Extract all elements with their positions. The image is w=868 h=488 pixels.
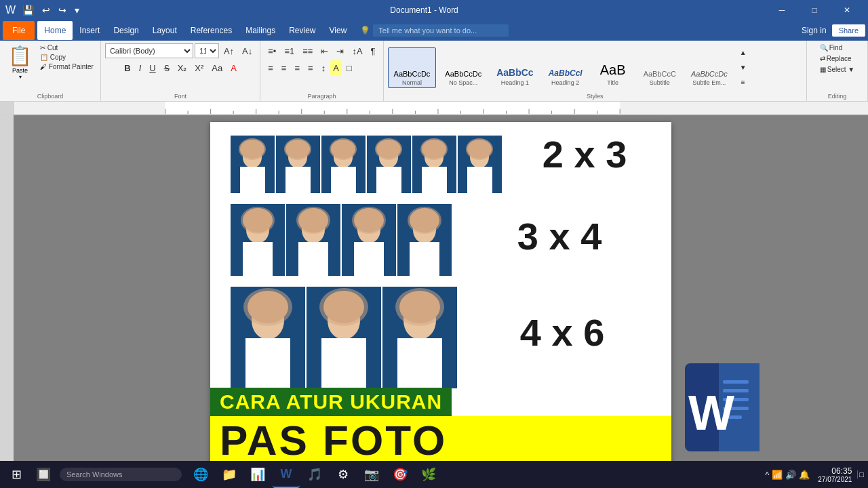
multilevel-button[interactable]: ≡≡: [299, 43, 316, 58]
border-button[interactable]: □: [343, 60, 355, 75]
taskbar-app1-icon[interactable]: 🎵: [301, 461, 328, 488]
cut-button[interactable]: ✂ Cut: [37, 43, 96, 52]
clear-format-button[interactable]: Aa: [208, 60, 226, 75]
search-icon: 🔍: [820, 44, 828, 52]
underline-button[interactable]: U: [146, 60, 159, 75]
taskview-button[interactable]: 🔲: [30, 461, 57, 488]
bullets-button[interactable]: ≡•: [264, 43, 279, 58]
italic-button[interactable]: I: [136, 60, 145, 75]
menu-layout[interactable]: Layout: [146, 21, 184, 40]
taskbar-word-icon[interactable]: W: [273, 461, 300, 488]
svg-point-33: [284, 138, 311, 160]
increase-indent-button[interactable]: ⇥: [333, 43, 347, 58]
decrease-font-button[interactable]: A↓: [239, 43, 256, 58]
align-right-button[interactable]: ≡: [291, 60, 303, 75]
notification-icon[interactable]: 🔔: [799, 470, 810, 480]
strikethrough-button[interactable]: S̶: [161, 60, 173, 75]
font-family-select[interactable]: Calibri (Body): [105, 43, 193, 58]
svg-text:W: W: [688, 386, 734, 440]
style-normal[interactable]: AaBbCcDc Normal: [388, 47, 437, 88]
page-container[interactable]: 2 x 3 3 x 4: [14, 115, 868, 472]
style-subtitle[interactable]: AaBbCcC Subtitle: [637, 47, 682, 88]
volume-icon[interactable]: 🔊: [785, 470, 796, 480]
styles-more-button[interactable]: ≡: [736, 75, 750, 90]
menu-insert[interactable]: Insert: [73, 21, 106, 40]
menu-mailings[interactable]: Mailings: [239, 21, 282, 40]
overlay-line1: CARA ATUR UKURAN: [210, 388, 452, 416]
network-icon[interactable]: 📶: [772, 470, 783, 480]
shading-button[interactable]: A: [330, 60, 342, 75]
text-color-button[interactable]: A: [227, 60, 240, 75]
paste-dropdown[interactable]: ▾: [19, 74, 22, 80]
tell-me-input[interactable]: [373, 24, 509, 37]
taskbar-search-input[interactable]: [60, 468, 182, 481]
numbering-button[interactable]: ≡1: [281, 43, 298, 58]
share-button[interactable]: Share: [832, 24, 865, 37]
time-display: 06:35: [818, 466, 852, 476]
format-painter-button[interactable]: 🖌 Format Painter: [37, 62, 96, 71]
customize-quick-btn[interactable]: ▾: [72, 3, 82, 17]
style-heading1[interactable]: AaBbCc Heading 1: [490, 47, 539, 88]
taskbar-app3-icon[interactable]: 📷: [358, 461, 385, 488]
photo-cell: [231, 204, 285, 276]
menu-view[interactable]: View: [323, 21, 354, 40]
increase-font-button[interactable]: A↑: [220, 43, 237, 58]
font-size-select[interactable]: 11: [195, 43, 219, 58]
taskbar-app5-icon[interactable]: 🌿: [415, 461, 442, 488]
styles-label: Styles: [388, 93, 802, 100]
start-button[interactable]: ⊞: [3, 461, 30, 488]
taskbar-files-icon[interactable]: 📁: [216, 461, 243, 488]
size-label-2x3: 2 x 3: [518, 136, 651, 174]
menu-home[interactable]: Home: [37, 21, 73, 40]
svg-point-58: [241, 207, 275, 234]
editing-label: Editing: [807, 93, 867, 100]
justify-button[interactable]: ≡: [304, 60, 317, 75]
style-heading2[interactable]: AaBbCcI Heading 2: [542, 47, 589, 88]
svg-point-48: [420, 138, 448, 160]
menu-design[interactable]: Design: [106, 21, 145, 40]
copy-button[interactable]: 📋 Copy: [37, 53, 96, 62]
styles-down-button[interactable]: ▼: [736, 60, 750, 75]
align-center-button[interactable]: ≡: [278, 60, 290, 75]
svg-rect-77: [245, 338, 290, 388]
svg-rect-27: [240, 167, 265, 193]
menu-review[interactable]: Review: [282, 21, 322, 40]
styles-up-button[interactable]: ▲: [736, 45, 750, 60]
line-spacing-button[interactable]: ↕: [318, 60, 330, 75]
minimize-button[interactable]: ─: [766, 0, 797, 20]
svg-point-78: [243, 288, 292, 326]
show-formatting-button[interactable]: ¶: [368, 43, 379, 58]
svg-point-88: [395, 288, 444, 326]
decrease-indent-button[interactable]: ⇤: [317, 43, 332, 58]
bold-button[interactable]: B: [121, 60, 134, 75]
taskbar-excel-icon[interactable]: 📊: [244, 461, 271, 488]
maximize-button[interactable]: □: [799, 0, 830, 20]
clock[interactable]: 06:35 27/07/2021: [818, 466, 852, 483]
subscript-button[interactable]: X₂: [174, 60, 191, 75]
close-button[interactable]: ✕: [831, 0, 863, 20]
taskbar-app2-icon[interactable]: ⚙: [330, 461, 357, 488]
style-heading2-preview: AaBbCcI: [549, 68, 583, 78]
taskbar-edge-icon[interactable]: 🌐: [187, 461, 214, 488]
photo-cell: [286, 204, 340, 276]
undo-quick-btn[interactable]: ↩: [39, 3, 53, 17]
find-button[interactable]: 🔍 Find: [817, 43, 845, 52]
show-desktop-button[interactable]: □: [857, 470, 865, 479]
style-subtle-em[interactable]: AaBbCcDc Subtle Em...: [685, 47, 734, 88]
style-no-space-preview: AaBbCcDc: [445, 70, 481, 78]
sign-in-link[interactable]: Sign in: [802, 26, 827, 35]
style-title[interactable]: AaB Title: [591, 47, 635, 88]
select-button[interactable]: ▦ Select ▼: [817, 65, 857, 74]
redo-quick-btn[interactable]: ↪: [56, 3, 69, 17]
align-left-button[interactable]: ≡: [264, 60, 277, 75]
style-no-space[interactable]: AaBbCcDc No Spac...: [439, 47, 488, 88]
sort-button[interactable]: ↕A: [349, 43, 366, 58]
replace-button[interactable]: ⇄ Replace: [817, 54, 854, 63]
menu-references[interactable]: References: [184, 21, 239, 40]
paste-button[interactable]: 📋 Paste ▾: [4, 43, 36, 81]
taskbar-app4-icon[interactable]: 🎯: [387, 461, 414, 488]
tray-arrow-icon[interactable]: ^: [765, 470, 769, 480]
menu-file[interactable]: File: [3, 21, 35, 40]
save-quick-btn[interactable]: 💾: [20, 3, 37, 17]
superscript-button[interactable]: X²: [191, 60, 207, 75]
